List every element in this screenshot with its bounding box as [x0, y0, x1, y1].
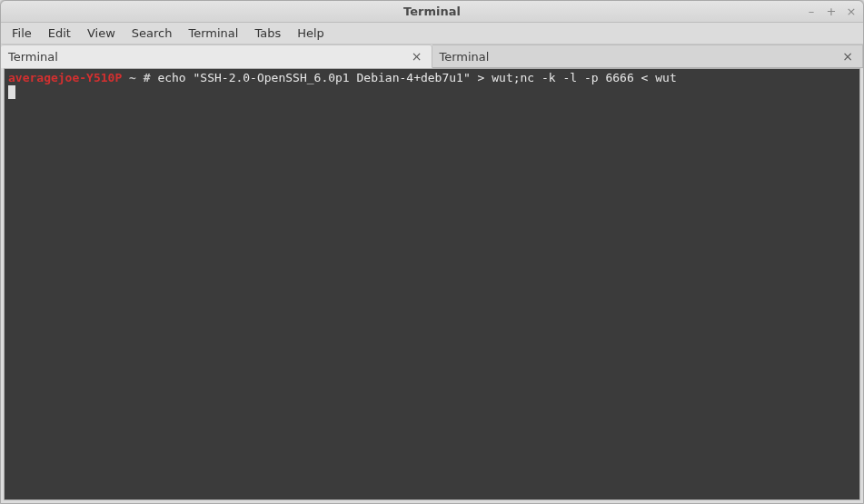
tab-terminal-2[interactable]: Terminal ×: [432, 44, 864, 67]
tab-label: Terminal: [8, 50, 58, 64]
command-text: echo "SSH-2.0-OpenSSH_6.0p1 Debian-4+deb…: [157, 71, 676, 84]
prompt-host: averagejoe-Y510P: [8, 71, 122, 84]
prompt-symbol: #: [144, 71, 151, 84]
minimize-button[interactable]: –: [805, 5, 818, 18]
tab-label: Terminal: [440, 50, 490, 64]
menu-view[interactable]: View: [80, 24, 123, 43]
window-title: Terminal: [403, 5, 461, 18]
prompt-path: ~: [129, 71, 136, 84]
cursor-icon: [8, 85, 15, 99]
tab-close-icon[interactable]: ×: [840, 49, 855, 64]
window-root: Terminal – + × File Edit View Search Ter…: [0, 0, 864, 504]
menu-edit[interactable]: Edit: [41, 24, 78, 43]
tab-close-icon[interactable]: ×: [410, 49, 424, 64]
titlebar[interactable]: Terminal – + ×: [1, 1, 863, 23]
menu-search[interactable]: Search: [124, 24, 180, 43]
menubar: File Edit View Search Terminal Tabs Help: [1, 23, 863, 44]
tab-terminal-1[interactable]: Terminal ×: [1, 44, 432, 68]
menu-terminal[interactable]: Terminal: [181, 24, 245, 43]
close-button[interactable]: ×: [845, 5, 858, 18]
menu-tabs[interactable]: Tabs: [247, 24, 288, 43]
maximize-button[interactable]: +: [825, 5, 838, 18]
tabbar: Terminal × Terminal ×: [1, 44, 863, 68]
terminal-viewport[interactable]: averagejoe-Y510P ~ # echo "SSH-2.0-OpenS…: [4, 68, 860, 500]
titlebar-controls: – + ×: [805, 1, 858, 22]
menu-file[interactable]: File: [5, 24, 39, 43]
menu-help[interactable]: Help: [290, 24, 332, 43]
